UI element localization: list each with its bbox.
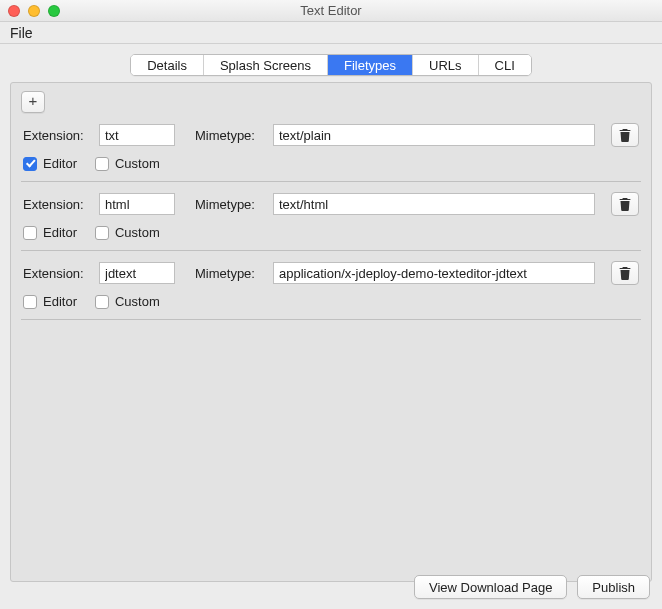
- delete-filetype-button[interactable]: [611, 192, 639, 216]
- editor-checkbox-wrap[interactable]: Editor: [23, 225, 77, 240]
- delete-filetype-button[interactable]: [611, 261, 639, 285]
- titlebar: Text Editor: [0, 0, 662, 22]
- tabs-segmented: Details Splash Screens Filetypes URLs CL…: [130, 54, 532, 76]
- mimetype-label: Mimetype:: [195, 266, 267, 281]
- close-icon[interactable]: [8, 5, 20, 17]
- custom-checkbox-wrap[interactable]: Custom: [95, 156, 160, 171]
- extension-label: Extension:: [23, 197, 93, 212]
- menubar: File: [0, 22, 662, 44]
- mimetype-input[interactable]: [273, 124, 595, 146]
- editor-checkbox-wrap[interactable]: Editor: [23, 156, 77, 171]
- editor-checkbox[interactable]: [23, 226, 37, 240]
- editor-checkbox[interactable]: [23, 295, 37, 309]
- tabs-container: Details Splash Screens Filetypes URLs CL…: [0, 44, 662, 82]
- custom-checkbox-wrap[interactable]: Custom: [95, 225, 160, 240]
- extension-label: Extension:: [23, 266, 93, 281]
- tab-cli[interactable]: CLI: [479, 55, 531, 75]
- editor-checkbox-label: Editor: [43, 294, 77, 309]
- editor-checkbox[interactable]: [23, 157, 37, 171]
- extension-label: Extension:: [23, 128, 93, 143]
- custom-checkbox-label: Custom: [115, 156, 160, 171]
- footer-buttons: View Download Page Publish: [414, 575, 650, 599]
- custom-checkbox[interactable]: [95, 226, 109, 240]
- tab-details[interactable]: Details: [131, 55, 204, 75]
- filetype-row: Extension: Mimetype: Editor Custom: [21, 113, 641, 182]
- trash-icon: [619, 197, 631, 211]
- custom-checkbox-label: Custom: [115, 294, 160, 309]
- trash-icon: [619, 266, 631, 280]
- maximize-icon[interactable]: [48, 5, 60, 17]
- custom-checkbox[interactable]: [95, 295, 109, 309]
- mimetype-input[interactable]: [273, 193, 595, 215]
- custom-checkbox[interactable]: [95, 157, 109, 171]
- add-filetype-button[interactable]: +: [21, 91, 45, 113]
- mimetype-input[interactable]: [273, 262, 595, 284]
- mimetype-label: Mimetype:: [195, 197, 267, 212]
- custom-checkbox-label: Custom: [115, 225, 160, 240]
- view-download-page-button[interactable]: View Download Page: [414, 575, 567, 599]
- minimize-icon[interactable]: [28, 5, 40, 17]
- mimetype-label: Mimetype:: [195, 128, 267, 143]
- menu-file[interactable]: File: [0, 23, 43, 43]
- extension-input[interactable]: [99, 193, 175, 215]
- tab-splash-screens[interactable]: Splash Screens: [204, 55, 328, 75]
- window-traffic-lights: [8, 5, 60, 17]
- editor-checkbox-wrap[interactable]: Editor: [23, 294, 77, 309]
- filetypes-panel: + Extension: Mimetype: Editor Custom: [10, 82, 652, 582]
- publish-button[interactable]: Publish: [577, 575, 650, 599]
- window-title: Text Editor: [0, 3, 662, 18]
- extension-input[interactable]: [99, 262, 175, 284]
- extension-input[interactable]: [99, 124, 175, 146]
- tab-filetypes[interactable]: Filetypes: [328, 55, 413, 75]
- filetype-row: Extension: Mimetype: Editor Custom: [21, 251, 641, 320]
- delete-filetype-button[interactable]: [611, 123, 639, 147]
- trash-icon: [619, 128, 631, 142]
- custom-checkbox-wrap[interactable]: Custom: [95, 294, 160, 309]
- editor-checkbox-label: Editor: [43, 156, 77, 171]
- filetype-row: Extension: Mimetype: Editor Custom: [21, 182, 641, 251]
- editor-checkbox-label: Editor: [43, 225, 77, 240]
- tab-urls[interactable]: URLs: [413, 55, 479, 75]
